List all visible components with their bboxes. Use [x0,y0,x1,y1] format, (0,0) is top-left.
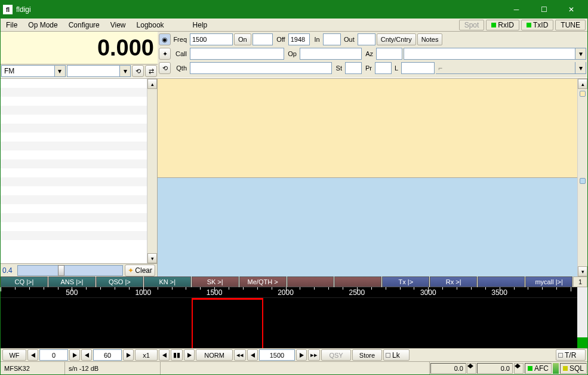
macro-button-8[interactable] [334,276,381,287]
wf-freq[interactable]: 1500 [259,349,295,361]
out-input[interactable] [358,33,375,45]
bandwidth-select[interactable]: ▾ [67,65,131,77]
az-input[interactable] [376,48,402,60]
refresh-icon[interactable]: ⟲ [159,62,171,74]
country-select[interactable]: ▾ [404,48,586,60]
next-button[interactable] [184,349,195,361]
swap-button[interactable]: ⇄ [145,65,157,77]
op-input[interactable] [300,48,362,60]
chevron-down-icon[interactable]: ▾ [54,66,65,76]
macro-button-4[interactable]: KN >| [144,276,191,287]
qth-label: Qth [172,64,189,72]
rxid-button[interactable]: RxID [486,20,519,30]
globe-icon[interactable]: ◉ [159,33,171,45]
pr-input[interactable] [375,62,392,74]
prev-button[interactable] [27,349,38,361]
on-button[interactable]: On [234,33,251,45]
minimize-button[interactable]: ─ [503,1,530,19]
macro-button-9[interactable]: Tx |> [382,276,429,287]
scroll-down-icon[interactable]: ▾ [578,266,587,276]
next-button[interactable] [123,349,134,361]
on-input[interactable] [253,33,273,45]
tx-text-area[interactable] [158,178,587,276]
qsy-button[interactable]: QSY [321,349,351,361]
refresh-button[interactable]: ⟲ [132,65,144,77]
scrollbar[interactable]: ▴ ▾ [147,79,157,263]
prev-button[interactable] [247,349,258,361]
scroll-up-icon[interactable]: ▴ [578,79,587,89]
frequency-display[interactable]: 0.000 [1,32,158,64]
prev-button[interactable] [159,349,170,361]
zoom-button[interactable]: x1 [135,349,158,361]
spot-button[interactable]: Spot [459,20,485,30]
spinner[interactable] [514,363,524,374]
scroll-down-icon[interactable]: ▾ [147,253,157,263]
clear-button[interactable]: ✦Clear [125,265,155,276]
macro-button-2[interactable]: ANS |>| [48,276,96,287]
wf-tick-label: 2500 [349,288,365,297]
rx-text-area[interactable] [158,79,587,178]
channel-list[interactable]: ▴ ▾ [1,79,157,263]
waterfall-display[interactable] [1,297,587,348]
spinner[interactable] [467,363,476,374]
macro-button-5[interactable]: SK >| [192,276,239,287]
rx-marker-icon [580,91,586,97]
next-button[interactable] [69,349,80,361]
in-input[interactable] [323,33,341,45]
wf-tick-label: 1500 [207,288,223,297]
star-icon[interactable]: ✦ [159,48,171,60]
frequency-cursor[interactable] [192,298,263,348]
notes-button[interactable]: Notes [417,33,443,45]
off-input[interactable] [288,33,310,45]
chevron-down-icon[interactable]: ▾ [119,66,130,76]
qth-input[interactable] [190,62,332,74]
menu-configure[interactable]: Configure [63,20,105,30]
mode-select-value: FM [4,67,14,75]
macro-button-10[interactable]: Rx >| [430,276,477,287]
close-button[interactable]: ✕ [558,1,585,19]
macro-button-11[interactable] [478,276,525,287]
tune-button[interactable]: TUNE [555,20,586,30]
scrollbar[interactable]: ▴ ▾ [577,79,587,276]
wf-button[interactable]: WF [2,349,26,361]
call-input[interactable] [190,48,284,60]
macro-button-3[interactable]: QSO |> [96,276,143,287]
menu-view[interactable]: View [105,20,131,30]
menu-file[interactable]: File [1,20,23,30]
cnty-button[interactable]: Cnty/Cntry [377,33,416,45]
norm-button[interactable]: NORM [196,349,233,361]
afc-button[interactable]: AFC [525,363,552,374]
scroll-up-icon[interactable]: ▴ [147,79,157,89]
macro-button-12[interactable]: mycall |>| [525,276,572,287]
sql-button[interactable]: SQL [560,363,587,374]
mode-select[interactable]: FM ▾ [1,65,66,77]
status-mode[interactable]: MFSK32 [1,362,65,374]
maximize-button[interactable]: ☐ [530,1,558,19]
st-input[interactable] [345,62,362,74]
prev-button[interactable] [81,349,92,361]
store-button[interactable]: Store [352,349,382,361]
next-button[interactable] [296,349,307,361]
macro-button-7[interactable] [287,276,334,287]
chevron-down-icon[interactable]: ▾ [575,48,586,59]
txid-button[interactable]: TxID [521,20,553,30]
notes-field[interactable]: ⌐▾ [436,62,586,74]
tr-button[interactable]: T/R [556,349,586,361]
lk-button[interactable]: Lk [383,349,410,361]
macro-button-6[interactable]: Me/QTH > [239,276,287,287]
rewind-button[interactable]: ◂◂ [234,349,246,361]
pause-button[interactable]: ▮▮ [171,349,183,361]
macro-button-1[interactable]: CQ |>| [1,276,48,287]
freq-input[interactable] [190,33,233,45]
ref-level[interactable]: 0 [39,349,68,361]
macro-page[interactable]: 1 [573,276,587,287]
menu-help[interactable]: Help [187,20,213,30]
range-level[interactable]: 60 [93,349,122,361]
squelch-slider[interactable] [17,265,123,276]
menu-logbook[interactable]: Logbook [131,20,170,30]
loc-input[interactable] [401,62,435,74]
forward-button[interactable]: ▸▸ [308,349,320,361]
menu-opmode[interactable]: Op Mode [23,20,63,30]
sql-level-meter[interactable] [553,363,559,374]
chevron-down-icon[interactable]: ▾ [575,62,586,73]
